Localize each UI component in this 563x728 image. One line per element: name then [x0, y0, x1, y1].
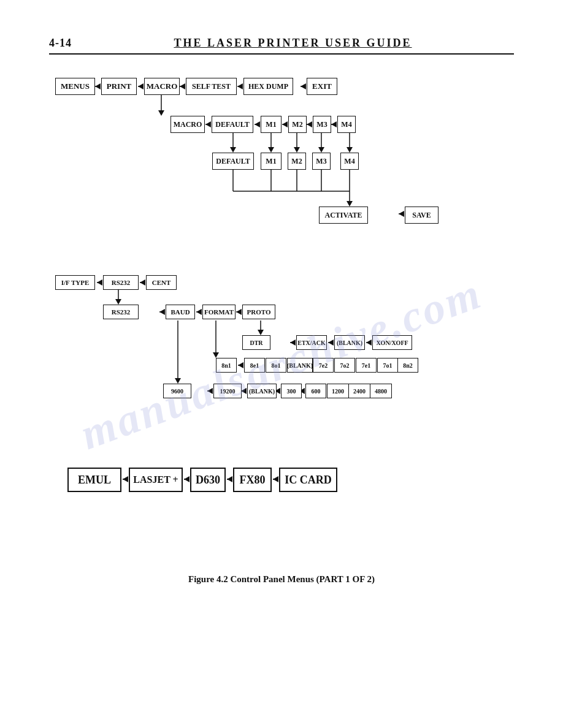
box-9600: 9600	[163, 384, 191, 398]
box-iftype: I/F TYPE	[55, 275, 95, 290]
svg-marker-102	[273, 476, 278, 482]
box-rs232-r2: RS232	[103, 305, 139, 319]
box-d630: D630	[190, 468, 226, 492]
svg-marker-8	[301, 83, 306, 89]
box-19200: 19200	[213, 384, 242, 398]
svg-marker-11	[158, 110, 164, 116]
page-header: 4-14 THE LASER PRINTER USER GUIDE	[49, 37, 514, 55]
box-exit: EXIT	[307, 78, 337, 95]
svg-marker-6	[237, 83, 243, 89]
box-1200: 1200	[327, 384, 349, 398]
svg-marker-4	[180, 83, 185, 89]
box-dtr: DTR	[242, 335, 270, 350]
box-rs232-r1: RS232	[103, 275, 139, 290]
box-m2-r2: M2	[288, 116, 307, 133]
box-300: 300	[281, 384, 302, 398]
svg-marker-25	[268, 147, 274, 153]
box-8o1: 8o1	[266, 358, 286, 373]
svg-marker-82	[207, 388, 213, 394]
box-2400: 2400	[348, 384, 370, 398]
svg-marker-23	[230, 147, 236, 153]
svg-marker-48	[159, 309, 165, 315]
box-7e1: 7e1	[356, 358, 377, 373]
svg-marker-81	[175, 378, 181, 384]
box-default-r2: DEFAULT	[212, 116, 253, 133]
box-blank-b: (BLANK)	[247, 384, 277, 398]
box-etxack: ETX/ACK	[296, 335, 327, 350]
svg-marker-18	[307, 121, 312, 127]
box-8e1: 8e1	[244, 358, 265, 373]
svg-marker-52	[236, 309, 242, 315]
svg-marker-47	[115, 299, 121, 305]
box-m3-r2: M3	[313, 116, 331, 133]
svg-marker-64	[238, 362, 243, 368]
box-save: SAVE	[405, 207, 439, 224]
page: 4-14 THE LASER PRINTER USER GUIDE	[0, 0, 563, 728]
svg-marker-16	[282, 121, 288, 127]
box-macro-r2: MACRO	[170, 116, 205, 133]
box-m3-r3: M3	[312, 153, 331, 170]
box-8n2: 8n2	[397, 358, 418, 373]
svg-marker-98	[184, 476, 190, 482]
diagram3: EMUL LASJET + D630 FX80 IC CARD	[61, 458, 514, 513]
svg-marker-40	[399, 211, 404, 217]
box-m1-r3: M1	[261, 153, 282, 170]
svg-marker-96	[123, 476, 128, 482]
box-format: FORMAT	[202, 305, 236, 319]
svg-marker-50	[196, 309, 202, 315]
box-menus: MENUS	[55, 78, 95, 95]
diagram1-svg	[49, 72, 515, 249]
box-lasjet: LASJET +	[129, 468, 183, 492]
box-emul: EMUL	[67, 468, 121, 492]
box-600: 600	[305, 384, 326, 398]
box-m4-r3: M4	[340, 153, 359, 170]
box-print: PRINT	[101, 78, 137, 95]
svg-marker-60	[366, 339, 372, 346]
box-self-test: SELF TEST	[186, 78, 237, 95]
svg-marker-12	[205, 121, 211, 127]
box-macro-r1: MACRO	[144, 78, 180, 95]
svg-marker-0	[95, 83, 101, 89]
box-blank-f: (BLANK)	[287, 358, 313, 373]
box-m2-r3: M2	[288, 153, 306, 170]
svg-marker-55	[258, 330, 264, 335]
svg-marker-100	[227, 476, 232, 482]
svg-marker-58	[328, 339, 334, 346]
box-fx80: FX80	[233, 468, 272, 492]
svg-marker-20	[331, 121, 337, 127]
box-4800: 4800	[370, 384, 392, 398]
box-blank-p: (BLANK)	[334, 335, 365, 350]
box-xonxoff: XON/XOFF	[372, 335, 412, 350]
svg-marker-31	[347, 147, 353, 153]
box-baud: BAUD	[166, 305, 195, 319]
svg-marker-39	[347, 201, 353, 207]
box-activate: ACTIVATE	[319, 207, 368, 224]
svg-marker-29	[318, 147, 324, 153]
svg-marker-2	[138, 83, 144, 89]
box-7o2: 7o2	[334, 358, 355, 373]
box-8n1: 8n1	[216, 358, 237, 373]
box-proto: PROTO	[242, 305, 275, 319]
box-iccard: IC CARD	[279, 468, 337, 492]
figure-caption: Figure 4.2 Control Panel Menus (PART 1 O…	[49, 574, 514, 585]
svg-marker-44	[140, 279, 145, 286]
svg-marker-84	[241, 388, 247, 394]
svg-marker-63	[213, 352, 219, 358]
svg-marker-27	[294, 147, 300, 153]
diagram2: I/F TYPE RS232 CENT RS232 BAUD FORMAT PR…	[49, 274, 514, 415]
svg-marker-42	[97, 279, 102, 286]
box-default-r3: DEFAULT	[212, 153, 254, 170]
page-number: 4-14	[49, 37, 72, 50]
box-7e2: 7e2	[313, 358, 334, 373]
box-hex-dump: HEX DUMP	[243, 78, 293, 95]
box-m4-r2: M4	[337, 116, 356, 133]
svg-marker-14	[255, 121, 260, 127]
diagram1: MENUS PRINT MACRO SELF TEST HEX DUMP EXI…	[49, 72, 514, 249]
svg-marker-56	[290, 339, 296, 346]
box-m1-r2: M1	[261, 116, 282, 133]
page-title: THE LASER PRINTER USER GUIDE	[72, 37, 514, 50]
box-7o1: 7o1	[377, 358, 398, 373]
box-cent: CENT	[146, 275, 177, 290]
